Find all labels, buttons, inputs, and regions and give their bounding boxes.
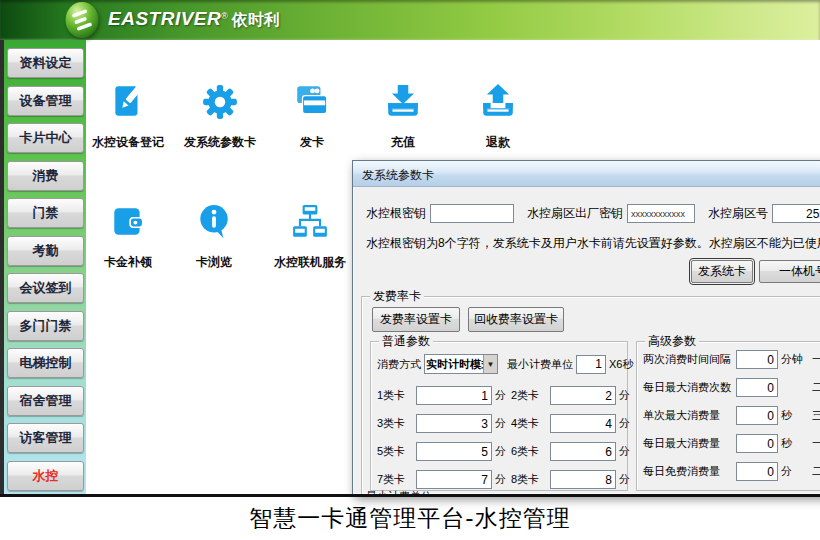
fee-unit: 分 bbox=[619, 388, 632, 403]
root-key-label: 水控根密钥 bbox=[366, 205, 426, 222]
dialog-issue-system-param-card: 发系统参数卡 水控根密钥 水控扇区出厂密钥 水控扇区号 水控根密钥为8个字符，发… bbox=[352, 160, 820, 495]
advanced-param-input[interactable] bbox=[736, 434, 778, 453]
card-type-label: 6类卡 bbox=[511, 444, 547, 459]
toolbar-item-label: 发卡 bbox=[300, 134, 324, 151]
toolbar-item-label: 卡金补领 bbox=[104, 254, 152, 271]
card-fee-input[interactable] bbox=[550, 442, 616, 461]
dialog-titlebar[interactable]: 发系统参数卡 bbox=[353, 161, 820, 187]
issue-system-card-button[interactable]: 发系统卡 bbox=[691, 260, 753, 283]
advanced-param-input[interactable] bbox=[736, 378, 778, 397]
eastriver-logo-icon bbox=[63, 1, 101, 39]
card-fee-input[interactable] bbox=[416, 386, 492, 405]
brand-text: EASTRIVER®依时利 bbox=[108, 8, 280, 31]
issue-rate-card-button[interactable]: 发费率设置卡 bbox=[372, 307, 460, 332]
key-fields-row: 水控根密钥 水控扇区出厂密钥 水控扇区号 bbox=[366, 204, 820, 223]
advanced-param-row: 两次消费时间间隔 分钟 一阶比 bbox=[643, 350, 820, 369]
fee-unit: 分 bbox=[495, 444, 508, 459]
network-icon bbox=[291, 203, 329, 241]
card-type-label: 5类卡 bbox=[377, 444, 413, 459]
gear-icon bbox=[201, 83, 239, 121]
normal-params-group: 普通参数 消费方式 实时计时模式 ▼ 最小计费单位 X6秒 1类卡 bbox=[370, 341, 628, 491]
wallet-icon bbox=[109, 203, 147, 241]
card-type-label: 8类卡 bbox=[511, 472, 547, 487]
consume-mode-select[interactable]: 实时计时模式 ▼ bbox=[424, 354, 498, 374]
recharge-icon bbox=[384, 83, 422, 121]
app-screen: EASTRIVER®依时利 资料设定 设备管理 卡片中心 消费 门禁 考勤 会议… bbox=[0, 0, 820, 540]
fee-unit: 分 bbox=[619, 416, 632, 431]
card-fee-input[interactable] bbox=[416, 470, 492, 489]
advanced-param-label: 两次消费时间间隔 bbox=[643, 352, 733, 367]
sidebar-item-data-setting[interactable]: 资料设定 bbox=[7, 48, 84, 78]
rate-card-group: 发费率卡 发费率设置卡 回收费率设置卡 普通参数 消费方式 实时计时模式 ▼ 最… bbox=[361, 296, 820, 495]
advanced-param-label: 每日免费消费量 bbox=[643, 464, 733, 479]
sector-label: 水控扇区号 bbox=[708, 205, 768, 222]
refund-icon bbox=[479, 83, 517, 121]
advanced-param-unit: 秒 bbox=[781, 436, 805, 451]
toolbar-item-label: 充值 bbox=[391, 134, 415, 151]
card-fee-input[interactable] bbox=[416, 414, 492, 433]
sector-input[interactable] bbox=[772, 204, 820, 223]
toolbar-item-label: 水控联机服务 bbox=[274, 254, 346, 271]
advanced-param-extra-label: 二阶限 bbox=[812, 464, 820, 479]
toolbar-item-label: 卡浏览 bbox=[196, 254, 232, 271]
consume-mode-row: 消费方式 实时计时模式 ▼ 最小计费单位 X6秒 bbox=[377, 354, 633, 374]
sidebar-item-elevator-control[interactable]: 电梯控制 bbox=[7, 348, 84, 378]
sidebar-item-dormitory-management[interactable]: 宿舍管理 bbox=[7, 386, 84, 416]
normal-params-legend: 普通参数 bbox=[379, 334, 433, 348]
advanced-param-input[interactable] bbox=[736, 462, 778, 481]
window-bottom-edge bbox=[0, 494, 820, 497]
sidebar-item-consumption[interactable]: 消费 bbox=[7, 161, 84, 191]
sidebar-item-multidoor-access[interactable]: 多门门禁 bbox=[7, 311, 84, 341]
toolbar-item-refund[interactable]: 退款 bbox=[443, 83, 553, 151]
card-type-label: 7类卡 bbox=[377, 472, 413, 487]
dialog-hint-text: 水控根密钥为8个字符，发系统卡及用户水卡前请先设置好参数。水控扇区不能为已使用的… bbox=[366, 235, 820, 252]
card-fee-row: 7类卡 分 8类卡 分 bbox=[377, 470, 632, 489]
toolbar-item-label: 发系统参数卡 bbox=[184, 134, 256, 151]
toolbar-item-label: 水控设备登记 bbox=[92, 134, 164, 151]
advanced-param-unit: 秒 bbox=[781, 408, 805, 423]
toolbar-item-recharge[interactable]: 充值 bbox=[348, 83, 458, 151]
root-key-input[interactable] bbox=[430, 204, 514, 223]
sidebar-item-meeting-signin[interactable]: 会议签到 bbox=[7, 273, 84, 303]
card-icon bbox=[293, 83, 331, 121]
advanced-param-extra-label: 一阶比 bbox=[812, 352, 820, 367]
card-fee-row: 1类卡 分 2类卡 分 bbox=[377, 386, 632, 405]
toolbar-item-card-browse[interactable]: 卡浏览 bbox=[159, 203, 269, 271]
min-unit-suffix: X6秒 bbox=[609, 357, 633, 372]
brand-en: EASTRIVER bbox=[108, 8, 221, 29]
sidebar-item-visitor-management[interactable]: 访客管理 bbox=[7, 423, 84, 453]
fee-unit: 分 bbox=[495, 388, 508, 403]
recycle-rate-card-button[interactable]: 回收费率设置卡 bbox=[468, 307, 564, 332]
toolbar-item-label: 退款 bbox=[486, 134, 510, 151]
advanced-param-unit: 分 bbox=[781, 464, 805, 479]
card-type-label: 3类卡 bbox=[377, 416, 413, 431]
min-unit-input[interactable] bbox=[576, 355, 606, 374]
registered-mark: ® bbox=[221, 11, 228, 21]
chevron-down-icon: ▼ bbox=[483, 355, 497, 373]
advanced-param-row: 每日免费消费量 分 二阶限 bbox=[643, 462, 820, 481]
advanced-param-label: 每日最大消费量 bbox=[643, 436, 733, 451]
min-unit-label: 最小计费单位 bbox=[507, 357, 573, 372]
card-fee-input[interactable] bbox=[550, 470, 616, 489]
advanced-param-label: 单次最大消费量 bbox=[643, 408, 733, 423]
card-fee-input[interactable] bbox=[550, 386, 616, 405]
app-header: EASTRIVER®依时利 bbox=[0, 0, 820, 40]
consume-mode-label: 消费方式 bbox=[377, 357, 421, 372]
card-fee-input[interactable] bbox=[550, 414, 616, 433]
sidebar-item-water-control[interactable]: 水控 bbox=[7, 461, 84, 491]
fee-unit: 分 bbox=[619, 444, 632, 459]
card-type-label: 2类卡 bbox=[511, 388, 547, 403]
advanced-param-extra-label: 三阶比 bbox=[812, 408, 820, 423]
info-icon bbox=[195, 203, 233, 241]
fee-unit: 分 bbox=[619, 472, 632, 487]
card-fee-row: 5类卡 分 6类卡 分 bbox=[377, 442, 632, 461]
toolbar-item-water-online-service[interactable]: 水控联机服务 bbox=[255, 203, 365, 271]
card-fee-input[interactable] bbox=[416, 442, 492, 461]
fee-unit: 分 bbox=[495, 472, 508, 487]
dialog-title: 发系统参数卡 bbox=[362, 167, 434, 184]
factory-key-input[interactable] bbox=[627, 204, 695, 223]
advanced-param-input[interactable] bbox=[736, 350, 778, 369]
advanced-param-row: 每日最大消费量 秒 一阶限 bbox=[643, 434, 820, 453]
advanced-param-input[interactable] bbox=[736, 406, 778, 425]
machine-no-setting-button[interactable]: 一体机号设置 bbox=[759, 260, 820, 283]
